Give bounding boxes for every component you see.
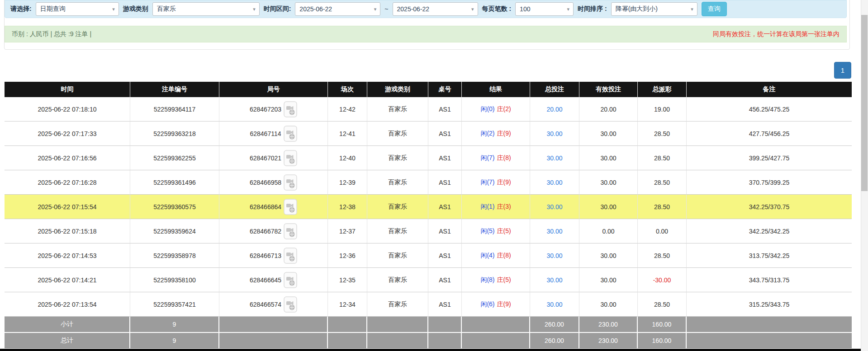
cell-total-bet[interactable]: 30.00 xyxy=(530,122,579,146)
subtotal-label: 小计 xyxy=(5,317,130,333)
video-replay-icon[interactable] xyxy=(284,101,297,117)
video-replay-icon[interactable] xyxy=(284,272,297,288)
cell-table-number: AS1 xyxy=(428,170,462,195)
result-banker: 庄(9) xyxy=(497,130,511,138)
time-sort-value: 降幂(由大到小) xyxy=(616,5,658,13)
cell-session: 12-39 xyxy=(328,170,367,195)
cell-time: 2025-06-22 07:14:53 xyxy=(5,243,130,268)
vertical-scrollbar-thumb[interactable] xyxy=(861,15,868,191)
cell-remark: 315.25/343.75 xyxy=(687,292,852,317)
col-header-bet-number: 注单编号 xyxy=(130,82,219,97)
cell-session: 12-42 xyxy=(328,97,367,122)
video-replay-icon[interactable] xyxy=(284,150,297,166)
round-number: 628466782 xyxy=(250,228,281,235)
time-sort-select[interactable]: 降幂(由大到小) ▾ xyxy=(611,2,697,16)
empty-cell xyxy=(328,333,367,349)
date-from-select[interactable]: 2025-06-22 ▾ xyxy=(295,2,380,16)
cell-session: 12-37 xyxy=(328,219,367,243)
cell-total-bet[interactable]: 30.00 xyxy=(530,170,579,195)
result-banker: 庄(2) xyxy=(497,105,511,113)
result-player: 闲(6) xyxy=(480,300,494,309)
empty-cell xyxy=(428,317,462,333)
empty-cell xyxy=(687,317,852,333)
cell-session: 12-35 xyxy=(328,268,367,292)
cell-payout: 28.50 xyxy=(638,170,687,195)
cell-payout: 28.50 xyxy=(638,292,687,317)
cell-payout: 0.00 xyxy=(638,219,687,243)
video-replay-icon[interactable] xyxy=(284,223,297,239)
cell-valid-bet: 30.00 xyxy=(579,268,638,292)
table-row: 2025-06-22 07:17:33 522599363218 6284671… xyxy=(5,122,852,146)
cell-bet-number: 522599360575 xyxy=(130,195,219,219)
col-header-table-number: 桌号 xyxy=(428,82,462,97)
cell-total-bet[interactable]: 30.00 xyxy=(530,292,579,317)
col-header-valid-bet: 有效投注 xyxy=(579,82,638,97)
result-player: 闲(5) xyxy=(480,227,494,235)
video-replay-icon[interactable] xyxy=(284,296,297,313)
page-size-select[interactable]: 100 ▾ xyxy=(515,2,574,16)
empty-cell xyxy=(219,317,328,333)
page-1-button[interactable]: 1 xyxy=(834,62,851,79)
result-banker: 庄(9) xyxy=(497,300,511,309)
subtotal-count: 9 xyxy=(130,317,219,333)
total-row: 总计 9 260.00 230.00 160.00 xyxy=(5,333,852,349)
col-header-result: 结果 xyxy=(462,82,530,97)
cell-bet-number: 522599361496 xyxy=(130,170,219,195)
cell-result: 闲(5) 庄(5) xyxy=(462,219,530,243)
cell-game-category: 百家乐 xyxy=(367,146,428,170)
date-from-value: 2025-06-22 xyxy=(299,5,332,13)
result-player: 闲(7) xyxy=(480,178,494,187)
cell-game-category: 百家乐 xyxy=(367,268,428,292)
cell-round-number: 628466864 xyxy=(219,195,328,219)
video-replay-icon[interactable] xyxy=(284,126,297,142)
cell-total-bet[interactable]: 30.00 xyxy=(530,268,579,292)
cell-bet-number: 522599358978 xyxy=(130,243,219,268)
round-number: 628467203 xyxy=(250,106,281,113)
table-row: 2025-06-22 07:16:56 522599362255 6284670… xyxy=(5,146,852,170)
result-banker: 庄(8) xyxy=(497,154,511,162)
result-player: 闲(0) xyxy=(480,105,494,113)
video-replay-icon[interactable] xyxy=(284,199,297,215)
cell-result: 闲(6) 庄(9) xyxy=(462,292,530,317)
cell-time: 2025-06-22 07:16:28 xyxy=(5,170,130,195)
round-number: 628466574 xyxy=(250,301,281,308)
result-banker: 庄(3) xyxy=(497,203,511,211)
chevron-down-icon: ▾ xyxy=(374,6,377,12)
table-row: 2025-06-22 07:15:54 522599360575 6284668… xyxy=(5,195,852,219)
cell-valid-bet: 30.00 xyxy=(579,195,638,219)
date-to-value: 2025-06-22 xyxy=(397,5,430,13)
cell-payout: 28.50 xyxy=(638,122,687,146)
cell-session: 12-40 xyxy=(328,146,367,170)
cell-result: 闲(4) 庄(8) xyxy=(462,243,530,268)
time-range-label: 时间区间: xyxy=(264,5,291,13)
cell-total-bet[interactable]: 30.00 xyxy=(530,195,579,219)
col-header-round-number: 局号 xyxy=(219,82,328,97)
table-row: 2025-06-22 07:14:53 522599358978 6284667… xyxy=(5,243,852,268)
cell-valid-bet: 30.00 xyxy=(579,243,638,268)
game-category-select[interactable]: 百家乐 ▾ xyxy=(152,2,260,16)
subtotal-payout: 160.00 xyxy=(638,317,687,333)
search-button[interactable]: 查询 xyxy=(702,2,727,16)
cell-result: 闲(7) 庄(8) xyxy=(462,146,530,170)
cell-total-bet[interactable]: 30.00 xyxy=(530,243,579,268)
cell-time: 2025-06-22 07:15:18 xyxy=(5,219,130,243)
chevron-down-icon: ▾ xyxy=(253,6,256,12)
cell-round-number: 628466574 xyxy=(219,292,328,317)
total-label: 总计 xyxy=(5,333,130,349)
tilde-separator: ~ xyxy=(384,5,388,13)
date-to-select[interactable]: 2025-06-22 ▾ xyxy=(393,2,478,16)
round-number: 628467021 xyxy=(250,154,281,162)
query-type-select[interactable]: 日期查询 ▾ xyxy=(36,2,119,16)
cell-round-number: 628466958 xyxy=(219,170,328,195)
video-replay-icon[interactable] xyxy=(284,248,297,264)
cell-time: 2025-06-22 07:17:33 xyxy=(5,122,130,146)
cell-payout: 28.50 xyxy=(638,146,687,170)
cell-total-bet[interactable]: 30.00 xyxy=(530,146,579,170)
cell-total-bet[interactable]: 20.00 xyxy=(530,97,579,122)
bet-records-table: 时间 注单编号 局号 场次 游戏类别 桌号 结果 总投注 有效投注 总派彩 备注… xyxy=(5,82,852,349)
video-replay-icon[interactable] xyxy=(284,174,297,191)
result-player: 闲(2) xyxy=(480,130,494,138)
cell-table-number: AS1 xyxy=(428,243,462,268)
cell-round-number: 628467021 xyxy=(219,146,328,170)
cell-total-bet[interactable]: 30.00 xyxy=(530,219,579,243)
